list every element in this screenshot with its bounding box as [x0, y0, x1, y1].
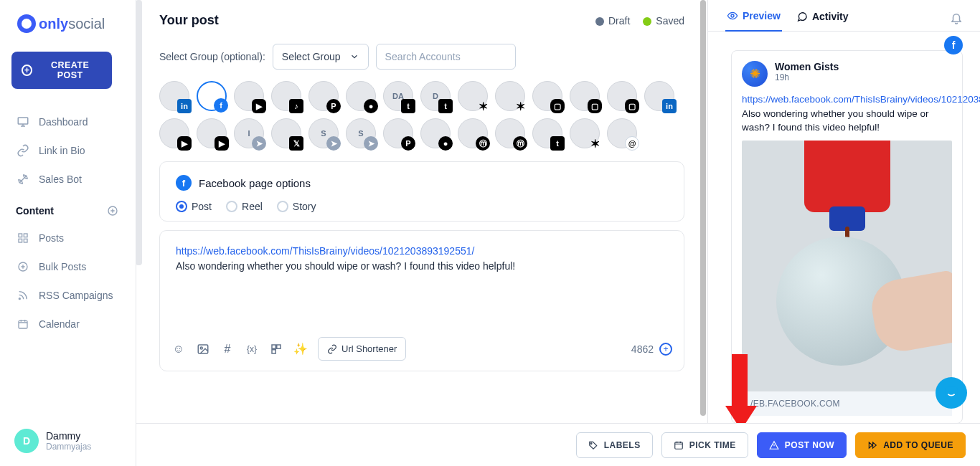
tb-network-icon: t: [438, 99, 453, 113]
account-avatar[interactable]: f: [197, 81, 227, 111]
account-avatar[interactable]: I➤: [234, 118, 264, 148]
account-avatar[interactable]: ▶: [197, 118, 227, 148]
svg-rect-17: [674, 442, 682, 448]
yt-network-icon: ▶: [215, 136, 229, 151]
account-avatar[interactable]: Dt: [420, 81, 451, 111]
forward-icon: [867, 440, 877, 450]
emoji-icon[interactable]: ☺: [171, 342, 186, 356]
intercom-icon: [943, 385, 959, 401]
radio-reel[interactable]: Reel: [226, 201, 263, 212]
account-avatar[interactable]: ▢: [607, 81, 637, 111]
add-to-queue-button[interactable]: ADD TO QUEUE: [855, 432, 966, 458]
template-icon[interactable]: [269, 342, 283, 356]
select-group-label: Select Group (optional):: [159, 51, 265, 62]
account-avatar[interactable]: t: [532, 118, 562, 148]
account-avatar[interactable]: in: [644, 81, 674, 111]
chat-fab[interactable]: [936, 377, 967, 409]
sidebar-item-posts[interactable]: Posts: [11, 224, 124, 252]
content-section-head: Content: [11, 194, 124, 224]
sidebar-item-bulk[interactable]: Bulk Posts: [11, 252, 124, 281]
account-avatar[interactable]: ▢: [570, 81, 600, 111]
sidebar-item-calendar[interactable]: Calendar: [11, 310, 124, 338]
brand-logo[interactable]: onlysocial: [11, 14, 124, 33]
account-avatar[interactable]: P: [383, 118, 413, 148]
account-avatar[interactable]: ⓜ: [458, 118, 488, 148]
variable-icon[interactable]: {x}: [245, 342, 259, 356]
calendar-icon: [674, 440, 684, 450]
md-network-icon: ⓜ: [476, 136, 490, 151]
ig-network-icon: ▢: [588, 99, 602, 113]
bs-network-icon: ✶: [476, 99, 490, 113]
account-avatar[interactable]: ✶: [458, 81, 488, 111]
svg-rect-4: [19, 239, 22, 242]
account-avatar[interactable]: ▢: [532, 81, 562, 111]
labels-button[interactable]: LABELS: [576, 432, 653, 458]
main-panel: Your post Draft Saved Select Group (opti…: [136, 0, 707, 466]
preview-link[interactable]: https://web.facebook.com/ThisIsBrainy/vi…: [742, 94, 980, 105]
radio-post[interactable]: Post: [176, 201, 212, 212]
rss-icon: [16, 288, 30, 303]
svg-point-16: [590, 442, 592, 444]
preview-time: 19h: [775, 72, 839, 82]
plus-circle-icon: [16, 260, 30, 274]
link-icon: [16, 143, 30, 158]
status-badges: Draft Saved: [595, 15, 684, 27]
ig-network-icon: ▢: [550, 99, 565, 113]
pn-network-icon: P: [326, 99, 341, 113]
preview-card: ✺ Women Gists 19h https://web.facebook.c…: [731, 50, 963, 424]
preview-domain: /EB.FACEBOOK.COM: [742, 391, 952, 416]
search-accounts-input[interactable]: [376, 44, 516, 70]
bell-icon[interactable]: [950, 11, 963, 27]
account-avatar[interactable]: P: [308, 81, 339, 111]
account-avatar[interactable]: @: [607, 118, 637, 148]
account-avatar[interactable]: ●: [420, 118, 451, 148]
tab-preview[interactable]: Preview: [725, 7, 782, 32]
account-avatar[interactable]: S➤: [346, 118, 376, 148]
account-avatar[interactable]: in: [159, 81, 189, 111]
user-block[interactable]: D Dammy Dammyajas: [11, 423, 124, 459]
svg-rect-12: [277, 345, 281, 348]
svg-point-14: [731, 14, 734, 17]
account-avatar[interactable]: 𝕏: [271, 118, 301, 148]
sparkle-icon[interactable]: ✨: [293, 342, 308, 356]
account-avatar[interactable]: ⓜ: [495, 118, 525, 148]
tab-activity[interactable]: Activity: [795, 8, 850, 31]
hashtag-icon[interactable]: #: [220, 342, 235, 356]
image-icon[interactable]: [196, 342, 210, 356]
sidebar-item-dashboard[interactable]: Dashboard: [11, 108, 124, 136]
yt-network-icon: ▶: [252, 99, 266, 113]
grid-icon: [16, 231, 30, 245]
sidebar-item-salesbot[interactable]: Sales Bot: [11, 165, 124, 194]
select-group-dropdown[interactable]: Select Group: [273, 44, 369, 70]
account-avatar[interactable]: ✶: [495, 81, 525, 111]
account-avatar[interactable]: ✶: [570, 118, 600, 148]
radio-story[interactable]: Story: [277, 201, 316, 212]
pn-network-icon: P: [401, 136, 415, 151]
url-shortener-button[interactable]: Url Shortener: [318, 337, 406, 361]
sidebar-item-rss[interactable]: RSS Campaigns: [11, 281, 124, 310]
tag-icon: [588, 440, 598, 450]
plus-circle-icon[interactable]: [105, 204, 120, 218]
account-avatar[interactable]: ♪: [271, 81, 301, 111]
account-avatar[interactable]: ●: [346, 81, 376, 111]
pick-time-button[interactable]: PICK TIME: [661, 432, 748, 458]
account-avatar[interactable]: ▶: [234, 81, 264, 111]
account-avatar[interactable]: S➤: [308, 118, 339, 148]
sidebar-item-linkbio[interactable]: Link in Bio: [11, 136, 124, 165]
fb-network-icon: f: [214, 98, 228, 113]
main-scrollbar[interactable]: [700, 0, 706, 416]
chat-icon: [796, 11, 808, 22]
account-avatar[interactable]: DAt: [383, 81, 413, 111]
editor-body[interactable]: https://web.facebook.com/ThisIsBrainy/vi…: [160, 231, 684, 331]
rocket-icon: [16, 172, 30, 186]
editor-link[interactable]: https://web.facebook.com/ThisIsBrainy/vi…: [176, 245, 474, 257]
tl-network-icon: t: [550, 136, 565, 151]
tb-network-icon: t: [401, 99, 415, 113]
post-now-button[interactable]: POST NOW: [757, 432, 847, 458]
preview-page-name: Women Gists: [775, 61, 839, 72]
add-variant-icon[interactable]: +: [659, 343, 672, 356]
th-network-icon: @: [625, 136, 639, 151]
create-post-button[interactable]: + CREATE POST: [11, 52, 112, 89]
account-avatar[interactable]: ▶: [159, 118, 189, 148]
user-handle: Dammyajas: [46, 442, 91, 452]
